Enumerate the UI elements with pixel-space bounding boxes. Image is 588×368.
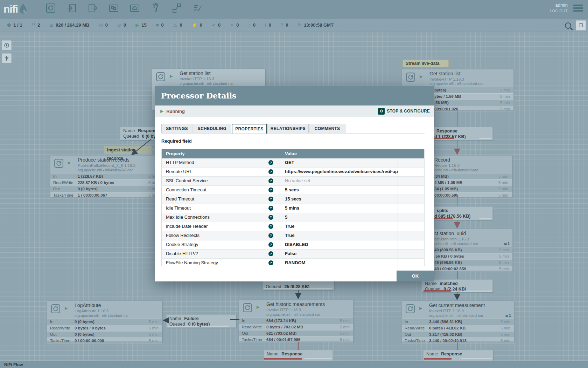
info-icon: i [388,168,390,176]
help-icon[interactable]: ? [268,206,273,211]
property-row: Include Date Header ? True i [162,222,424,231]
help-icon[interactable]: ? [268,215,273,220]
help-icon[interactable]: ? [268,260,273,265]
component-toolbar [45,3,204,15]
tab-properties[interactable]: PROPERTIES [232,124,267,134]
ok-button[interactable]: OK [397,271,434,281]
property-value[interactable]: https://www.pegelonline.wsv.de/webservic… [280,168,398,176]
queue-progress-bar [304,358,332,359]
toolbar-item[interactable] [108,3,120,15]
nifi-app: nifi ad [0,0,588,368]
property-value[interactable]: 5 [280,213,398,222]
processor-stat-row: Tasks/Time664 / 00:01:57.9865 min [239,336,353,343]
queue-progress-bar [434,218,453,219]
logout-link[interactable]: LOG OUT [550,9,568,13]
dialog-tabs: SETTINGS SCHEDULING PROPERTIES RELATIONS… [161,124,425,134]
status-item: !0 [265,22,271,28]
tab-comments[interactable]: COMMENTS [309,124,345,133]
search-icon[interactable] [565,22,571,29]
status-item: ?0 [281,22,288,28]
flow-status-bar: ⬢1 / 1 ⠿2 ≣920 / 264.29 MB ◎0 ⊘0 ▶15 ■0 … [0,19,588,32]
help-icon[interactable]: ? [268,178,273,183]
toolbar-item[interactable] [87,3,99,15]
toolbar-item[interactable] [129,3,141,15]
help-icon[interactable]: ? [268,224,273,229]
processor-icon [156,72,166,82]
output-port-icon [88,3,98,15]
tab-scheduling[interactable]: SCHEDULING [193,124,231,133]
navigate-palette-button[interactable] [2,40,12,50]
label-stream-live-data[interactable]: Stream live-data [402,60,449,67]
locally-modified-stale-icon: ! [265,23,266,27]
properties-table-header: Property Value [162,149,424,158]
processor-stat-row: Tasks/Time0 / 00:00:00.0005 min [47,338,162,344]
property-value[interactable]: True [280,222,398,231]
help-icon[interactable]: ? [268,197,273,202]
property-value[interactable]: False [280,250,398,258]
queue-progress-bar [479,138,491,139]
run-status-icon: ▶ [420,74,422,79]
global-menu-icon[interactable] [573,5,583,13]
up-to-date-icon: ✔ [212,23,216,27]
property-value[interactable]: True [280,231,398,240]
processor-stat-row: Read/Write0 bytes / 0 bytes5 min [47,325,162,331]
toolbar-item[interactable] [66,3,78,15]
processor-stat-row: Out0 (0 bytes)5 min [50,186,162,192]
help-icon[interactable]: ? [268,160,273,165]
dialog-title: Processor Details [161,86,434,105]
dialog-header: Processor Details [155,86,434,105]
property-row: Disable HTTP/2 ? False i [162,250,424,259]
help-icon[interactable]: ? [268,188,273,192]
processor-get-current-measurement[interactable]: ▶ Get current measurement InvokeHTTP 1.1… [401,301,514,342]
template-icon [172,3,182,15]
property-value[interactable]: RANDOM [280,259,398,266]
gear-icon: ⚙ [378,108,385,115]
toolbar-item[interactable] [150,3,162,15]
property-value[interactable]: No value set [280,177,398,185]
processor-log-attribute[interactable]: ▶ LogAttribute LogAttribute 1.16.3 org.a… [47,301,162,342]
processor-produce-station-records[interactable]: ▶ Produce station records PublishKafkaRe… [50,155,162,197]
processor-stat-row: In3,440 (896.31 KB)5 min [402,319,514,325]
help-icon[interactable]: ? [268,251,273,256]
toolbar-item[interactable] [45,3,57,15]
threads-icon: ⠿ [32,23,35,27]
operate-palette-button[interactable] [2,53,12,63]
tab-settings[interactable]: SETTINGS [161,124,192,133]
property-name: HTTP Method [162,158,280,167]
app-header: nifi ad [0,0,588,19]
processor-get-historic-measurements[interactable]: ▶ Get historic measurements InvokeHTTP 1… [239,300,354,342]
current-user: admin [550,2,568,8]
property-value[interactable]: 5 mins [280,204,398,213]
help-icon[interactable]: ? [268,242,273,247]
status-item: ⠿2 [32,22,40,28]
queue-progress-bar [201,326,229,327]
help-icon[interactable]: ? [268,233,273,238]
stopped-icon: ■ [156,23,159,27]
toolbar-item[interactable] [171,3,183,15]
compass-icon [4,42,10,48]
stop-and-configure-button[interactable]: ⚙ STOP & CONFIGURE [378,108,430,115]
property-row: Idle Timeout ? 5 mins i [162,204,424,213]
processor-stat-row: Read/Write228.57 KB / 0 bytes5 min [50,179,162,186]
property-value[interactable]: GET [280,158,398,167]
disabled-icon: ⚡ [192,23,197,27]
property-row: Remote URL ? https://www.pegelonline.wsv… [162,168,424,177]
tab-relationships[interactable]: RELATIONSHIPS [267,124,309,133]
toolbar-item[interactable] [192,3,204,15]
breadcrumb[interactable]: NiFi Flow [4,361,23,368]
property-value[interactable]: 15 secs [280,195,398,204]
required-field-note: Required field [161,138,192,144]
not-transmitting-icon: ⊘ [117,23,121,27]
column-value: Value [280,149,398,158]
birdseye-toggle-icon[interactable]: ❐ [576,20,586,30]
help-icon[interactable]: ? [268,169,273,174]
status-item: ≣920 / 264.29 MB [49,22,89,28]
label-ingest-station-records[interactable]: Ingest station records [104,145,152,154]
nifi-drop-icon [19,3,28,15]
property-value[interactable]: DISABLED [280,240,398,249]
property-name: Read Timeout [162,195,280,204]
funnel-icon [150,3,161,15]
property-value[interactable]: 5 secs [280,186,398,195]
queue-progress-bar [264,288,301,289]
connection-label-response[interactable]: NameResponse Queued0 (0 bytes [120,127,160,140]
